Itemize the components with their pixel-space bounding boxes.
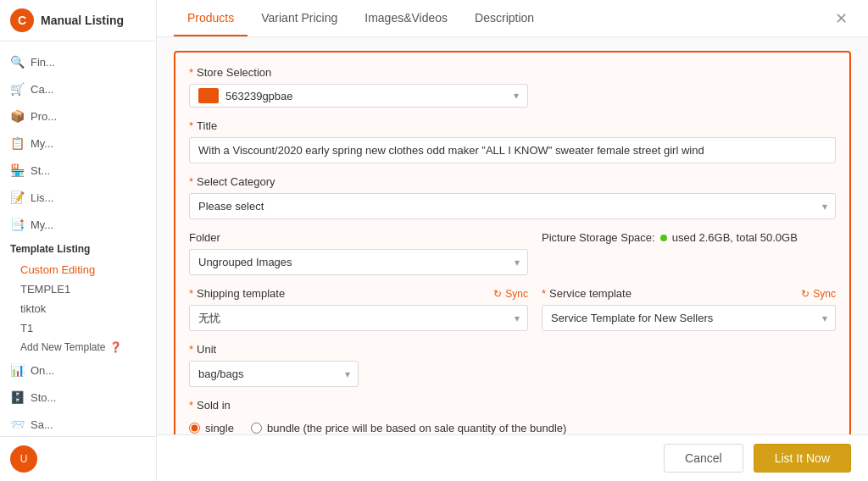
store-name: 563239gpbae <box>225 90 514 102</box>
sold-in-bundle-option[interactable]: bundle (the price will be based on sale … <box>251 422 566 434</box>
sidebar-item-ord[interactable]: 📊 On... <box>0 357 156 384</box>
form-area: * Store Selection 563239gpbae ▾ * Title <box>157 37 868 434</box>
title-label: * Title <box>189 119 836 132</box>
sidebar-item-sam[interactable]: 📨 Sa... <box>0 411 156 436</box>
shipping-select[interactable]: 无忧 <box>189 305 528 331</box>
sold-in-label: * Sold in <box>189 399 836 412</box>
service-sync-btn[interactable]: ↻ Sync <box>801 288 836 300</box>
chevron-down-icon: ▾ <box>514 90 519 102</box>
add-template-btn[interactable]: Add New Template ❓ <box>0 338 156 357</box>
service-col: * Service template ↻ Sync Service Templa… <box>542 287 836 331</box>
sidebar-item-products[interactable]: 📦 Pro... <box>0 102 156 130</box>
sidebar-item-find[interactable]: 🔍 Fin... <box>0 48 156 75</box>
tab-images-videos[interactable]: Images&Videos <box>351 1 461 36</box>
template-tiktok[interactable]: tiktok <box>0 299 156 318</box>
sold-in-single-option[interactable]: single <box>189 422 234 434</box>
sidebar-title: Manual Listing <box>41 14 124 27</box>
sidebar-my-label: My... <box>31 137 53 150</box>
tab-bar: Products Variant Pricing Images&Videos D… <box>157 0 868 37</box>
store-selection-label: * Store Selection <box>189 66 836 79</box>
service-sync-icon: ↻ <box>801 288 810 300</box>
picture-storage-label: Picture Storage Space: used 2.6GB, total… <box>542 231 836 244</box>
sync-icon: ↻ <box>493 288 502 300</box>
category-select-wrapper: Please select ▾ <box>189 193 836 219</box>
stor-icon: 🗄️ <box>10 390 24 404</box>
folder-row: Folder Ungrouped Images ▾ Picture Storag… <box>189 231 836 275</box>
avatar: U <box>10 445 37 473</box>
form-box: * Store Selection 563239gpbae ▾ * Title <box>174 51 851 434</box>
title-row: * Title <box>189 119 836 163</box>
shipping-select-wrapper: 无忧 ▾ <box>189 305 528 331</box>
folder-label: Folder <box>189 231 528 244</box>
folder-select[interactable]: Ungrouped Images <box>189 249 528 275</box>
sidebar-list-label: Lis... <box>31 191 53 204</box>
sidebar-nav: 🔍 Fin... 🛒 Ca... 📦 Pro... 📋 My... 🏪 St..… <box>0 41 156 436</box>
sidebar-logo: C <box>10 8 34 32</box>
main-content: Products Variant Pricing Images&Videos D… <box>157 0 868 481</box>
sidebar-item-store[interactable]: 🏪 St... <box>0 157 156 184</box>
sidebar-cart-label: Ca... <box>31 83 53 96</box>
sidebar-stor-label: Sto... <box>31 391 56 404</box>
picture-storage-value: used 2.6GB, total 50.0GB <box>672 231 798 244</box>
custom-editing-item[interactable]: Custom Editing <box>0 260 156 279</box>
sold-in-bundle-radio[interactable] <box>251 423 262 434</box>
template-t1[interactable]: T1 <box>0 318 156 338</box>
tab-description[interactable]: Description <box>461 1 548 36</box>
find-icon: 🔍 <box>10 55 24 69</box>
unit-select[interactable]: bag/bags <box>189 361 359 387</box>
sold-in-bundle-label: bundle (the price will be based on sale … <box>267 422 566 434</box>
service-select-wrapper: Service Template for New Sellers ▾ <box>542 305 836 331</box>
question-icon: ❓ <box>109 341 122 353</box>
service-label: * Service template <box>542 287 632 300</box>
sidebar-item-my[interactable]: 📋 My... <box>0 130 156 157</box>
shipping-col: * Shipping template ↻ Sync 无忧 ▾ <box>189 287 528 331</box>
sidebar-item-list[interactable]: 📝 Lis... <box>0 184 156 211</box>
myl-icon: 📑 <box>10 218 24 231</box>
service-select[interactable]: Service Template for New Sellers <box>542 305 836 331</box>
unit-label: * Unit <box>189 343 836 356</box>
sidebar-item-stor[interactable]: 🗄️ Sto... <box>0 384 156 411</box>
category-row: * Select Category Please select ▾ <box>189 175 836 219</box>
list-it-now-button[interactable]: List It Now <box>754 444 851 473</box>
green-status-dot <box>660 235 667 241</box>
unit-select-wrapper: bag/bags ▾ <box>189 361 359 387</box>
folder-select-wrapper: Ungrouped Images ▾ <box>189 249 528 275</box>
tab-variant-pricing[interactable]: Variant Pricing <box>248 1 351 36</box>
sidebar-store-label: St... <box>31 164 50 177</box>
sidebar-item-myl[interactable]: 📑 My... <box>0 211 156 238</box>
sold-in-single-radio[interactable] <box>189 423 200 434</box>
sidebar-header: C Manual Listing <box>0 0 156 41</box>
service-label-row: * Service template ↻ Sync <box>542 287 836 300</box>
picture-col: Picture Storage Space: used 2.6GB, total… <box>542 231 836 249</box>
close-button[interactable]: ✕ <box>831 8 851 29</box>
sidebar-ord-label: On... <box>31 364 54 377</box>
store-selection-row: * Store Selection 563239gpbae ▾ <box>189 66 836 108</box>
store-color-indicator <box>198 88 219 103</box>
template-row: * Shipping template ↻ Sync 无忧 ▾ <box>189 287 836 331</box>
sidebar-find-label: Fin... <box>31 56 55 69</box>
ord-icon: 📊 <box>10 363 24 377</box>
my-icon: 📋 <box>10 136 24 150</box>
sidebar: C Manual Listing 🔍 Fin... 🛒 Ca... 📦 Pro.… <box>0 0 157 481</box>
sidebar-myl-label: My... <box>31 218 53 231</box>
category-label: * Select Category <box>189 175 836 188</box>
tab-products[interactable]: Products <box>174 1 248 36</box>
store-select-dropdown[interactable]: 563239gpbae ▾ <box>189 84 528 108</box>
shipping-label-row: * Shipping template ↻ Sync <box>189 287 528 300</box>
sidebar-footer: U <box>0 436 156 481</box>
template-temple1[interactable]: TEMPLE1 <box>0 279 156 299</box>
cancel-button[interactable]: Cancel <box>664 444 743 473</box>
category-select[interactable]: Please select <box>189 193 836 219</box>
unit-row: * Unit bag/bags ▾ <box>189 343 836 387</box>
cart-icon: 🛒 <box>10 82 24 96</box>
folder-col: Folder Ungrouped Images ▾ <box>189 231 528 275</box>
shipping-sync-btn[interactable]: ↻ Sync <box>493 288 528 300</box>
sidebar-sam-label: Sa... <box>31 418 53 431</box>
sam-icon: 📨 <box>10 417 24 431</box>
sold-in-options: single bundle (the price will be based o… <box>189 417 836 434</box>
sidebar-item-cart[interactable]: 🛒 Ca... <box>0 75 156 102</box>
store-select-container[interactable]: 563239gpbae ▾ <box>189 84 528 108</box>
title-input[interactable] <box>189 137 836 163</box>
store-icon: 🏪 <box>10 163 24 177</box>
sold-in-single-label: single <box>205 422 234 434</box>
